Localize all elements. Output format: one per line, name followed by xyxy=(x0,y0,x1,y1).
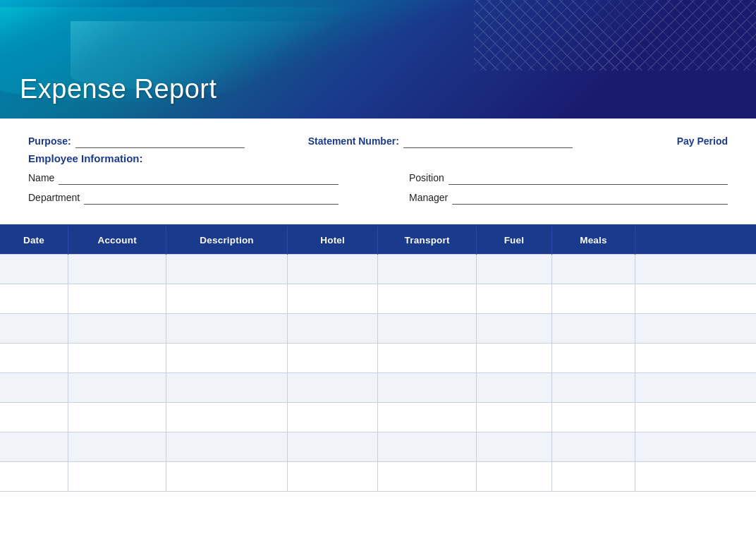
table-cell[interactable] xyxy=(287,432,378,462)
table-row[interactable] xyxy=(0,344,756,373)
table-cell[interactable] xyxy=(378,462,476,492)
table-cell[interactable] xyxy=(68,284,166,314)
manager-input[interactable] xyxy=(452,192,728,205)
table-cell[interactable] xyxy=(635,255,756,284)
table-row[interactable] xyxy=(0,373,756,403)
table-cell[interactable] xyxy=(166,373,288,403)
table-cell[interactable] xyxy=(476,462,551,492)
name-label: Name xyxy=(28,172,54,183)
table-cell[interactable] xyxy=(378,314,476,344)
col-account: Account xyxy=(68,226,166,255)
table-cell[interactable] xyxy=(166,462,288,492)
table-cell[interactable] xyxy=(378,373,476,403)
table-cell[interactable] xyxy=(552,255,635,284)
table-cell[interactable] xyxy=(476,373,551,403)
table-cell[interactable] xyxy=(552,314,635,344)
table-cell[interactable] xyxy=(552,373,635,403)
expense-table: Date Account Description Hotel Transport… xyxy=(0,226,756,492)
position-label: Position xyxy=(409,172,444,183)
table-cell[interactable] xyxy=(635,403,756,432)
col-date: Date xyxy=(0,226,68,255)
header-banner: Expense Report xyxy=(0,0,756,119)
table-cell[interactable] xyxy=(635,314,756,344)
position-field-group: Position xyxy=(409,172,728,185)
col-extra xyxy=(635,226,756,255)
table-cell[interactable] xyxy=(635,373,756,403)
table-cell[interactable] xyxy=(68,255,166,284)
table-cell[interactable] xyxy=(378,344,476,373)
table-cell[interactable] xyxy=(476,284,551,314)
name-position-row: Name Position xyxy=(28,172,728,185)
table-cell[interactable] xyxy=(0,403,68,432)
table-cell[interactable] xyxy=(635,432,756,462)
table-row[interactable] xyxy=(0,432,756,462)
table-cell[interactable] xyxy=(552,462,635,492)
table-cell[interactable] xyxy=(287,284,378,314)
table-cell[interactable] xyxy=(378,403,476,432)
table-cell[interactable] xyxy=(0,255,68,284)
table-cell[interactable] xyxy=(166,284,288,314)
table-cell[interactable] xyxy=(0,344,68,373)
table-cell[interactable] xyxy=(166,314,288,344)
payperiod-label: Pay Period xyxy=(677,135,728,147)
table-cell[interactable] xyxy=(476,314,551,344)
table-row[interactable] xyxy=(0,314,756,344)
table-cell[interactable] xyxy=(68,432,166,462)
table-row[interactable] xyxy=(0,284,756,314)
table-cell[interactable] xyxy=(476,255,551,284)
table-row[interactable] xyxy=(0,462,756,492)
table-row[interactable] xyxy=(0,403,756,432)
table-cell[interactable] xyxy=(552,344,635,373)
table-row[interactable] xyxy=(0,255,756,284)
table-cell[interactable] xyxy=(635,284,756,314)
table-cell[interactable] xyxy=(287,373,378,403)
purpose-input[interactable] xyxy=(75,135,245,148)
employee-info-label: Employee Information: xyxy=(28,152,143,164)
table-cell[interactable] xyxy=(166,432,288,462)
position-input[interactable] xyxy=(449,172,728,185)
purpose-group: Purpose: xyxy=(28,135,245,148)
table-cell[interactable] xyxy=(552,403,635,432)
table-cell[interactable] xyxy=(635,462,756,492)
table-cell[interactable] xyxy=(476,344,551,373)
table-cell[interactable] xyxy=(0,462,68,492)
table-cell[interactable] xyxy=(287,255,378,284)
table-cell[interactable] xyxy=(0,314,68,344)
table-cell[interactable] xyxy=(476,432,551,462)
name-input[interactable] xyxy=(59,172,339,185)
table-cell[interactable] xyxy=(68,314,166,344)
col-description: Description xyxy=(166,226,288,255)
employee-info-section: Employee Information: Name Position Depa… xyxy=(28,152,728,205)
form-section: Purpose: Statement Number: Pay Period Em… xyxy=(0,119,756,219)
table-cell[interactable] xyxy=(287,314,378,344)
col-meals: Meals xyxy=(552,226,635,255)
expense-table-section: Date Account Description Hotel Transport… xyxy=(0,224,756,492)
table-cell[interactable] xyxy=(166,403,288,432)
table-cell[interactable] xyxy=(0,373,68,403)
table-cell[interactable] xyxy=(166,255,288,284)
table-cell[interactable] xyxy=(552,432,635,462)
statement-input[interactable] xyxy=(403,135,573,148)
table-cell[interactable] xyxy=(287,403,378,432)
table-cell[interactable] xyxy=(0,284,68,314)
col-transport: Transport xyxy=(378,226,476,255)
table-cell[interactable] xyxy=(0,432,68,462)
table-cell[interactable] xyxy=(68,373,166,403)
table-cell[interactable] xyxy=(476,403,551,432)
table-cell[interactable] xyxy=(287,344,378,373)
table-cell[interactable] xyxy=(166,344,288,373)
col-hotel: Hotel xyxy=(287,226,378,255)
table-cell[interactable] xyxy=(635,344,756,373)
table-cell[interactable] xyxy=(68,403,166,432)
table-cell[interactable] xyxy=(378,432,476,462)
page-title: Expense Report xyxy=(20,74,217,104)
table-cell[interactable] xyxy=(552,284,635,314)
table-cell[interactable] xyxy=(68,462,166,492)
statement-group: Statement Number: xyxy=(308,135,573,148)
table-cell[interactable] xyxy=(68,344,166,373)
table-cell[interactable] xyxy=(378,255,476,284)
table-cell[interactable] xyxy=(378,284,476,314)
department-input[interactable] xyxy=(84,192,339,205)
table-cell[interactable] xyxy=(287,462,378,492)
col-fuel: Fuel xyxy=(476,226,551,255)
